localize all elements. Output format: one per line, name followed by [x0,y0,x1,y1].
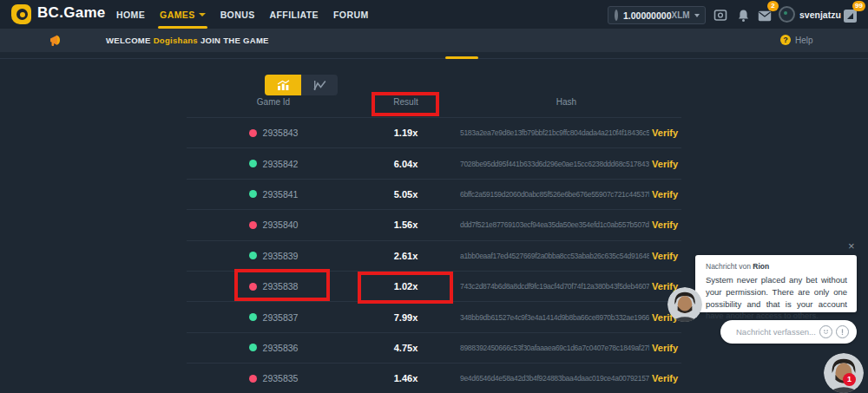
win-dot-icon [249,344,257,351]
lose-dot-icon [249,221,257,229]
nav-label: HOME [116,10,145,20]
game-id: 2935835 [263,373,299,383]
welcome-suffix: JOIN THE GAME [201,36,269,45]
game-id-cell: 2935839 [187,251,360,261]
win-dot-icon [249,252,257,259]
game-id: 2935837 [263,312,299,323]
question-icon: ? [780,35,791,45]
verify-link[interactable]: Verify [652,373,678,383]
hash-value: 743c2d874b6d8a8dcdf9fc19acf4d70f74f12a38… [460,282,649,291]
verify-link[interactable]: Verify [652,189,678,200]
sender-name: Rion [753,262,769,271]
game-id-cell: 2935843 [187,128,360,138]
verify-link[interactable]: Verify [652,159,678,169]
chat-input-bar [720,320,857,344]
message-prefix: Nachricht von [706,262,751,271]
table-view-button[interactable] [265,75,301,95]
nav-item-forum[interactable]: FORUM [333,0,369,29]
notifications-button[interactable] [734,7,752,24]
result-value: 5.05x [360,189,451,200]
help-button[interactable]: ? Help [780,35,813,45]
verify-link[interactable]: Verify [652,128,678,138]
game-id-cell: 2935837 [187,312,360,323]
bell-icon [737,9,750,23]
result-value: 4.75x [360,343,451,353]
annotation-box-game-id [234,269,330,301]
megaphone-icon [49,34,64,47]
game-id-cell: 2935842 [187,159,360,169]
balance-amount: 1.00000000 [623,10,671,21]
hash-value: 6bffc2a59159d2060d0abc85f526e6be676e5590… [460,190,649,199]
verify-link[interactable]: Verify [652,251,678,261]
table-row: 29358431.19x5183a2ea7e9d8e13fb79bbf21bc9… [187,117,681,147]
result-value: 1.56x [360,219,451,230]
nav-item-home[interactable]: HOME [116,0,145,29]
game-id: 2935836 [263,343,299,353]
top-bar: BC.Game HOMEGAMESBONUSAFFILIATEFORUM 1.0… [0,0,868,29]
hash-cell: ddd7f521e87769103ecf94ea35da50ee354efd1c… [451,219,681,230]
table-row: 29358415.05x6bffc2a59159d2060d0abc85f526… [187,179,681,209]
result-value: 7.99x [360,312,451,323]
verify-link[interactable]: Verify [652,343,678,353]
hash-cell: 9e4d6546d4e58a42d3b4f924883baa4daac019ce… [451,373,681,383]
table-row: 29358364.75x8988392450666c53f30afaaaea69… [187,332,681,363]
chevron-down-icon [199,13,206,16]
chat-message-input[interactable] [736,327,816,337]
bcgame-logo-icon[interactable] [11,4,31,24]
hash-value: 7028be95dd95f441b633d6d296e0ae15cc6238dd… [460,160,649,168]
balance-selector[interactable]: 1.00000000 XLM [608,6,706,24]
nav-item-bonus[interactable]: BONUS [220,0,255,29]
hash-cell: 743c2d874b6d8a8dcdf9fc19acf4d70f74f12a38… [451,281,681,291]
sender-avatar-photo [667,287,702,322]
unread-count-badge: 1 [843,373,856,386]
win-dot-icon [249,190,257,198]
table-row: 29358377.99x348bb9db61527e4c9f3e4a1414d9… [187,301,681,331]
table-body: 29358431.19x5183a2ea7e9d8e13fb79bbf21bc9… [187,117,681,393]
support-agent-avatar[interactable] [824,353,864,393]
table-row: 29358351.46x9e4d6546d4e58a42d3b4f924883b… [187,363,681,393]
hash-value: a1bb0eaaf17ed4527669f2a0bba8cc53abab26c6… [460,252,649,260]
history-view-toggle [265,75,338,95]
hash-cell: a1bb0eaaf17ed4527669f2a0bba8cc53abab26c6… [451,251,681,261]
nav-item-games[interactable]: GAMES [160,0,206,29]
column-header-hash: Hash [451,97,681,115]
username-label: svenjatzu [799,10,841,20]
vault-button[interactable] [712,7,729,24]
game-id-cell: 2935841 [187,189,360,200]
nav-item-affiliate[interactable]: AFFILIATE [270,0,319,29]
nav-label: GAMES [160,10,195,20]
result-value: 1.19x [360,128,451,138]
trend-view-button[interactable] [301,75,338,95]
bar-chart-icon [277,80,290,91]
game-id-cell: 2935836 [187,343,360,353]
active-tab-indicator [445,56,478,59]
nav-label: BONUS [220,10,255,20]
verify-link[interactable]: Verify [652,219,678,230]
column-header-game-id: Game Id [187,97,360,115]
hash-value: 5183a2ea7e9d8e13fb79bbf21bc9ffc804dada4a… [460,128,649,137]
nav-label: FORUM [333,10,369,20]
brand-title[interactable]: BC.Game [37,4,106,22]
bc-game-page: BC.Game HOMEGAMESBONUSAFFILIATEFORUM 1.0… [0,0,868,393]
mail-badge: 2 [767,1,779,11]
vault-icon [713,9,727,23]
trend-chart-icon [313,80,326,91]
info-icon[interactable] [836,325,849,338]
lose-dot-icon [249,375,257,383]
hash-cell: 6bffc2a59159d2060d0abc85f526e6be676e5590… [451,189,681,200]
table-row: 29358426.04x7028be95dd95f441b633d6d296e0… [187,147,681,178]
coin-icon [615,10,618,21]
game-id: 2935840 [263,219,299,230]
chat-message-text: System never placed any bet without your… [706,274,847,322]
currency-label: XLM [671,10,689,20]
game-id: 2935843 [263,128,299,138]
welcome-prefix: WELCOME [106,36,151,45]
hash-value: 9e4d6546d4e58a42d3b4f924883baa4daac019ce… [460,374,649,383]
emoji-icon[interactable] [819,325,832,338]
chat-count-badge: 99 [852,1,865,11]
close-icon[interactable]: × [848,240,855,252]
hash-value: 348bb9db61527e4c9f3e4a1414d9b8ba66ce8970… [460,313,649,322]
chat-message-card: Nachricht von Rion System never placed a… [695,255,857,312]
user-avatar[interactable] [779,6,795,23]
hash-cell: 348bb9db61527e4c9f3e4a1414d9b8ba66ce8970… [451,312,681,323]
